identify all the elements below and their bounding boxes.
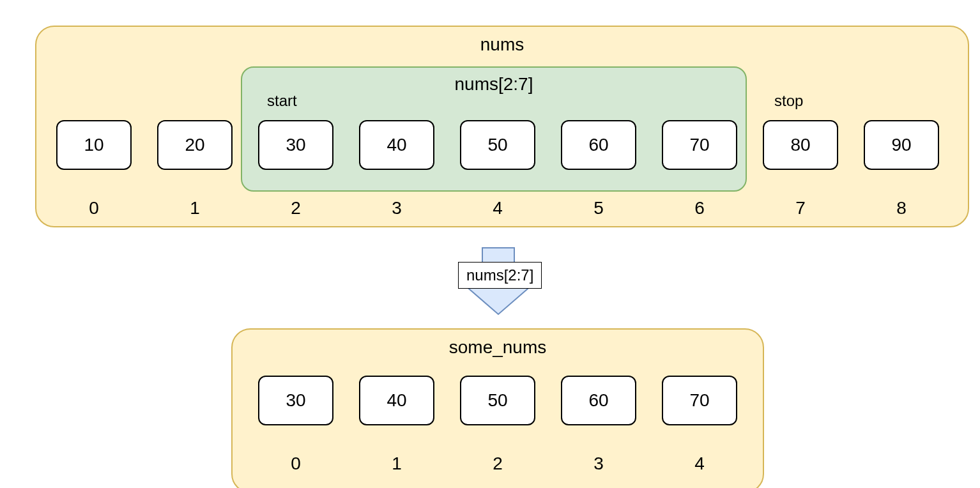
cell-value: 70 [689,135,709,155]
cell-value: 60 [588,390,608,411]
cell-value: 50 [487,390,507,411]
nums-cell: 20 [157,120,233,170]
some-nums-index: 4 [662,454,737,474]
nums-cell: 60 [561,120,636,170]
cell-value: 90 [891,135,911,155]
some-nums-cell: 70 [662,376,737,425]
slice-title: nums[2:7] [241,74,747,95]
nums-cell: 80 [763,120,838,170]
cell-value: 50 [487,135,507,155]
cell-value: 20 [185,135,204,155]
nums-index: 7 [763,198,838,218]
some-nums-index: 0 [258,454,333,474]
nums-cell: 10 [56,120,132,170]
cell-value: 40 [387,390,406,411]
nums-cell: 40 [359,120,434,170]
cell-value: 70 [689,390,709,411]
nums-cell: 50 [460,120,535,170]
nums-index: 4 [460,198,535,218]
cell-value: 10 [84,135,103,155]
start-label: start [267,92,297,110]
some-nums-index: 1 [359,454,434,474]
cell-value: 60 [588,135,608,155]
stop-label: stop [774,92,803,110]
nums-title: nums [35,34,969,55]
nums-index: 2 [258,198,333,218]
some-nums-cell: 50 [460,376,535,425]
cell-value: 30 [286,390,305,411]
nums-index: 1 [157,198,233,218]
nums-index: 3 [359,198,434,218]
nums-index: 5 [561,198,636,218]
nums-cell: 90 [864,120,939,170]
nums-index: 0 [56,198,132,218]
nums-cell: 30 [258,120,333,170]
nums-index: 8 [864,198,939,218]
diagram-canvas: nums nums[2:7] start stop 10 20 30 40 50… [13,13,980,488]
some-nums-cell: 40 [359,376,434,425]
cell-value: 80 [790,135,810,155]
some-nums-cell: 60 [561,376,636,425]
some-nums-cell: 30 [258,376,333,425]
some-nums-title: some_nums [231,337,764,358]
cell-value: 40 [387,135,406,155]
cell-value: 30 [286,135,305,155]
nums-cell: 70 [662,120,737,170]
arrow-label: nums[2:7] [458,262,542,289]
some-nums-index: 3 [561,454,636,474]
some-nums-index: 2 [460,454,535,474]
nums-index: 6 [662,198,737,218]
